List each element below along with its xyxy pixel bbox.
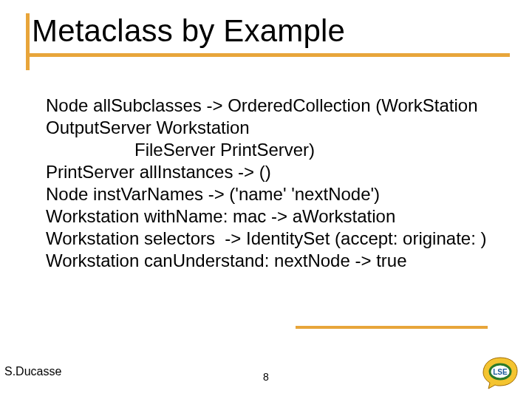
- slide-body: Node allSubclasses -> OrderedCollection …: [46, 95, 502, 272]
- lse-logo-icon: LSE: [479, 356, 522, 390]
- author-label: S.Ducasse: [4, 365, 61, 378]
- title-block: Metaclass by Example: [26, 13, 510, 57]
- logo-text: LSE: [493, 368, 508, 376]
- title-rule-vertical: [26, 13, 30, 70]
- title-rule-horizontal: [26, 53, 510, 57]
- footer-rule: [296, 326, 488, 329]
- page-number: 8: [263, 371, 269, 383]
- slide-title: Metaclass by Example: [26, 13, 510, 49]
